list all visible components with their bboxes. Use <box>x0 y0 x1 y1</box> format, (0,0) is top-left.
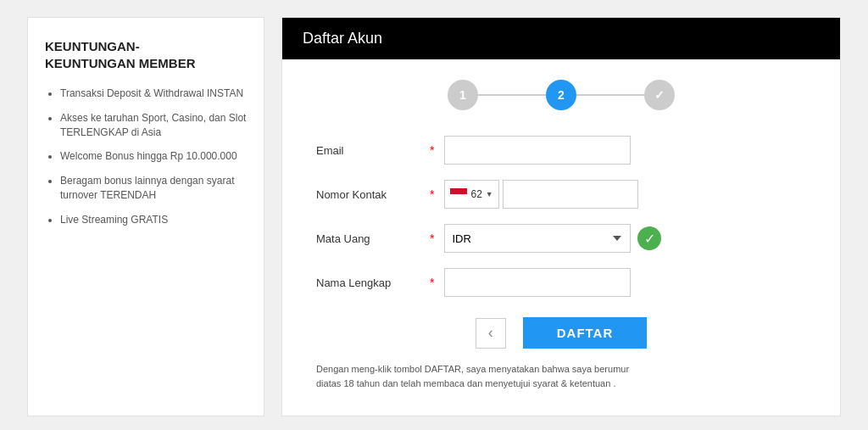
name-required: * <box>430 276 434 289</box>
indonesia-flag-icon <box>450 188 467 200</box>
action-row: ‹ DAFTAR <box>316 317 806 349</box>
back-button[interactable]: ‹ <box>476 318 506 349</box>
phone-group: 62 ▼ <box>444 180 637 209</box>
step-1: 1 <box>448 80 478 110</box>
phone-row: Nomor Kontak * 62 ▼ <box>316 180 806 209</box>
email-label: Email <box>316 144 426 157</box>
currency-label: Mata Uang <box>316 232 426 245</box>
email-required: * <box>430 143 434 157</box>
name-label: Nama Lengkap <box>316 276 426 289</box>
currency-valid-icon: ✓ <box>637 226 661 250</box>
phone-flag-selector[interactable]: 62 ▼ <box>444 180 498 209</box>
email-row: Email * <box>316 136 806 165</box>
currency-group: IDR USD SGD ✓ <box>444 224 661 253</box>
email-field[interactable] <box>444 136 631 165</box>
phone-required: * <box>430 187 434 201</box>
list-item: Transaksi Deposit & Withdrawal INSTAN <box>60 87 247 101</box>
main-container: KEUNTUNGAN- KEUNTUNGAN MEMBER Transaksi … <box>27 17 841 416</box>
step-2: 2 <box>546 80 576 110</box>
benefits-list: Transaksi Deposit & Withdrawal INSTAN Ak… <box>45 87 247 227</box>
name-row: Nama Lengkap * <box>316 268 806 297</box>
flag-dropdown-icon: ▼ <box>486 190 493 198</box>
step-line-2 <box>576 94 644 96</box>
step-line-1 <box>478 94 546 96</box>
list-item: Live Streaming GRATIS <box>60 213 247 227</box>
step-3: ✓ <box>644 80 675 110</box>
list-item: Beragam bonus lainnya dengan syarat turn… <box>60 174 247 203</box>
name-field[interactable] <box>444 268 631 297</box>
panel-title: Daftar Akun <box>303 30 382 47</box>
panel-header: Daftar Akun <box>282 18 840 59</box>
right-panel: Daftar Akun 1 2 ✓ Email * <box>281 17 841 416</box>
left-panel-title: KEUNTUNGAN- KEUNTUNGAN MEMBER <box>45 38 247 71</box>
currency-row: Mata Uang * IDR USD SGD ✓ <box>316 224 806 253</box>
list-item: Welcome Bonus hingga Rp 10.000.000 <box>60 149 247 164</box>
stepper: 1 2 ✓ <box>316 80 806 110</box>
left-panel: KEUNTUNGAN- KEUNTUNGAN MEMBER Transaksi … <box>27 17 264 416</box>
phone-code: 62 <box>470 188 481 200</box>
panel-body: 1 2 ✓ Email * Nomor Kontak * <box>282 59 840 416</box>
list-item: Akses ke taruhan Sport, Casino, dan Slot… <box>60 111 247 140</box>
phone-label: Nomor Kontak <box>316 188 426 201</box>
disclaimer-text: Dengan meng-klik tombol DAFTAR, saya men… <box>316 362 638 390</box>
currency-required: * <box>430 232 434 245</box>
phone-input[interactable] <box>503 180 638 209</box>
currency-select[interactable]: IDR USD SGD <box>444 224 631 253</box>
daftar-button[interactable]: DAFTAR <box>523 317 648 349</box>
